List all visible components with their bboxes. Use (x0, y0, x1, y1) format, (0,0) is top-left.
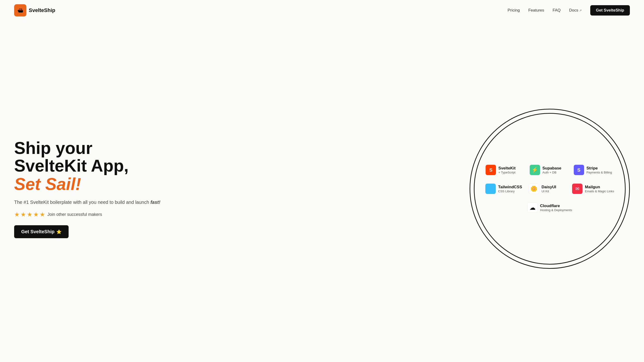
logo-area[interactable]: 🛳 SvelteShip (14, 4, 55, 16)
nav-docs[interactable]: Docs ↗ (569, 8, 582, 13)
hero-cta-label: Get SvelteShip (21, 229, 54, 234)
hero-title-line1: Ship your SvelteKit App, (14, 139, 165, 175)
sveltekit-logo: S (486, 165, 496, 175)
sveltekit-desc: + TypeScript (498, 171, 516, 174)
tech-mailgun: ✉ Mailgun Emails & Magic Links (572, 183, 614, 194)
hero-subtitle: The #1 SvelteKit boilerplate with all yo… (14, 199, 165, 206)
tech-daisy: 🌼 DaisyUI UI Kit (529, 183, 569, 194)
mailgun-desc: Emails & Magic Links (585, 189, 614, 193)
hero-title-line2: Set Sail! (14, 175, 165, 193)
tech-row-1: S SvelteKit + TypeScript ⚡ Supabase Auth… (484, 165, 616, 175)
cloudflare-desc: Hosting & Deployments (540, 208, 572, 212)
external-link-icon: ↗ (579, 9, 582, 12)
sveltekit-name: SvelteKit (498, 166, 516, 171)
tech-grid: S SvelteKit + TypeScript ⚡ Supabase Auth… (470, 109, 630, 269)
cta-star-icon: ⭐ (56, 229, 62, 234)
stars-row: ★ ★ ★ ★ ★ Join other successful makers (14, 211, 165, 218)
tech-cloudflare: ☁ Cloudflare Hosting & Deployments (527, 202, 572, 213)
star-1: ★ (14, 211, 20, 218)
tech-sveltekit: S SvelteKit + TypeScript (486, 165, 526, 175)
logo-icon: 🛳 (14, 4, 26, 16)
hero-cta-button[interactable]: Get SvelteShip ⭐ (14, 225, 68, 238)
nav-features[interactable]: Features (528, 8, 544, 13)
stripe-logo: S (574, 165, 584, 175)
tech-row-3: ☁ Cloudflare Hosting & Deployments (484, 202, 616, 213)
daisy-desc: UI Kit (542, 189, 556, 193)
supabase-logo: ⚡ (530, 165, 540, 175)
tailwind-name: TailwindCSS (498, 185, 522, 189)
nav-links: Pricing Features FAQ Docs ↗ Get SvelteSh… (508, 5, 630, 15)
hero-visual: S SvelteKit + TypeScript ⚡ Supabase Auth… (470, 109, 630, 269)
mailgun-name: Mailgun (585, 185, 614, 189)
star-5: ★ (40, 211, 45, 218)
tech-supabase: ⚡ Supabase Auth + DB (530, 165, 570, 175)
stripe-desc: Payments & Billing (586, 171, 612, 174)
star-4: ★ (33, 211, 39, 218)
tailwind-desc: CSS Library (498, 189, 522, 193)
hero-section: Ship your SvelteKit App, Set Sail! The #… (0, 21, 644, 362)
hero-left: Ship your SvelteKit App, Set Sail! The #… (14, 139, 165, 238)
tailwind-logo (485, 183, 496, 194)
supabase-desc: Auth + DB (542, 171, 561, 174)
star-3: ★ (27, 211, 32, 218)
stars-label: Join other successful makers (48, 212, 102, 217)
star-2: ★ (20, 211, 26, 218)
star-rating: ★ ★ ★ ★ ★ (14, 211, 45, 218)
nav-faq[interactable]: FAQ (552, 8, 560, 13)
tech-row-2: TailwindCSS CSS Library 🌼 DaisyUI UI Kit… (484, 183, 616, 194)
supabase-name: Supabase (542, 166, 561, 171)
daisy-logo: 🌼 (529, 183, 539, 194)
stripe-name: Stripe (586, 166, 612, 171)
tech-tailwind: TailwindCSS CSS Library (485, 183, 526, 194)
cloudflare-name: Cloudflare (540, 204, 572, 208)
logo-text: SvelteShip (29, 7, 55, 13)
tech-stripe: S Stripe Payments & Billing (574, 165, 614, 175)
nav-pricing[interactable]: Pricing (508, 8, 520, 13)
nav-cta-button[interactable]: Get SvelteShip (590, 5, 630, 15)
mailgun-logo: ✉ (572, 183, 582, 194)
navbar: 🛳 SvelteShip Pricing Features FAQ Docs ↗… (0, 0, 644, 21)
cloudflare-logo: ☁ (527, 202, 538, 213)
daisy-name: DaisyUI (542, 185, 556, 189)
